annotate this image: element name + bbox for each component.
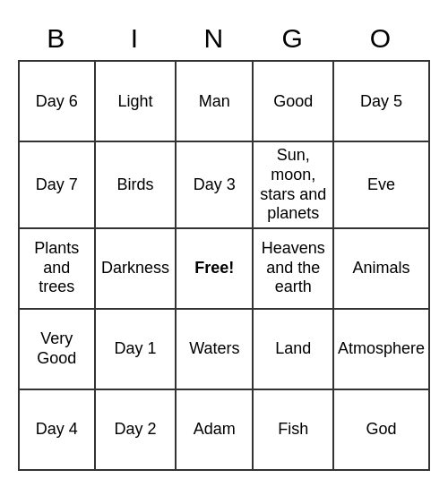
bingo-row: Very GoodDay 1WatersLandAtmosphere <box>19 309 429 389</box>
bingo-cell[interactable]: Day 3 <box>176 141 253 227</box>
bingo-header-letter: G <box>253 16 332 61</box>
bingo-row: Day 7BirdsDay 3Sun, moon, stars and plan… <box>19 141 429 227</box>
bingo-cell[interactable]: Waters <box>176 309 253 389</box>
bingo-cell[interactable]: Day 5 <box>333 61 429 141</box>
bingo-cell[interactable]: God <box>333 389 429 470</box>
bingo-header-letter: B <box>19 16 95 61</box>
bingo-cell[interactable]: Sun, moon, stars and planets <box>253 141 332 227</box>
bingo-cell[interactable]: Day 2 <box>95 389 177 470</box>
bingo-cell[interactable]: Darkness <box>95 228 177 309</box>
bingo-cell[interactable]: Adam <box>176 389 253 470</box>
bingo-row: Day 6LightManGoodDay 5 <box>19 61 429 141</box>
bingo-cell[interactable]: Light <box>95 61 177 141</box>
bingo-cell[interactable]: Day 6 <box>19 61 95 141</box>
bingo-header-letter: N <box>176 16 253 61</box>
bingo-cell[interactable]: Day 4 <box>19 389 95 470</box>
bingo-cell[interactable]: Man <box>176 61 253 141</box>
bingo-row: Plants and treesDarknessFree!Heavens and… <box>19 228 429 309</box>
bingo-cell[interactable]: Free! <box>176 228 253 309</box>
bingo-row: Day 4Day 2AdamFishGod <box>19 389 429 470</box>
bingo-cell[interactable]: Very Good <box>19 309 95 389</box>
bingo-cell[interactable]: Land <box>253 309 332 389</box>
bingo-cell[interactable]: Plants and trees <box>19 228 95 309</box>
bingo-cell[interactable]: Day 1 <box>95 309 177 389</box>
bingo-card: BINGO Day 6LightManGoodDay 5Day 7BirdsDa… <box>18 16 430 470</box>
bingo-cell[interactable]: Fish <box>253 389 332 470</box>
bingo-cell[interactable]: Birds <box>95 141 177 227</box>
bingo-header-letter: O <box>333 16 429 61</box>
bingo-header-letter: I <box>95 16 177 61</box>
bingo-cell[interactable]: Eve <box>333 141 429 227</box>
bingo-cell[interactable]: Day 7 <box>19 141 95 227</box>
bingo-cell[interactable]: Animals <box>333 228 429 309</box>
bingo-cell[interactable]: Atmosphere <box>333 309 429 389</box>
bingo-cell[interactable]: Heavens and the earth <box>253 228 332 309</box>
bingo-cell[interactable]: Good <box>253 61 332 141</box>
